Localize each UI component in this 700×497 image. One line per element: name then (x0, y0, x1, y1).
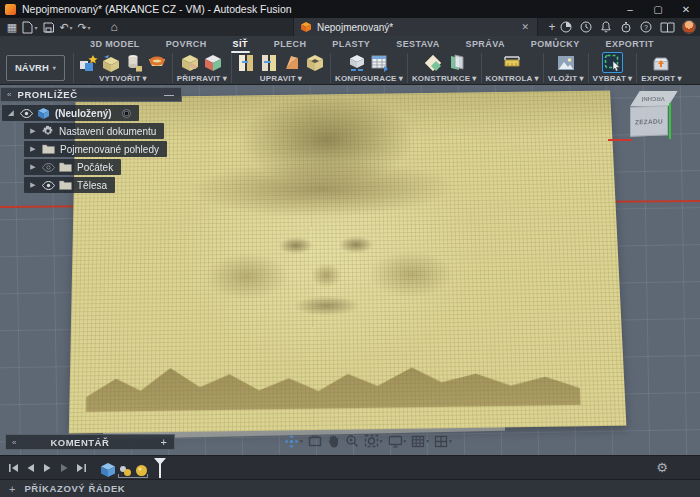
tree-item-document-settings[interactable]: ▶ Nastavení dokumentu (24, 123, 164, 139)
ribbon-tab-3d-model[interactable]: 3D MODEL (88, 38, 142, 50)
look-at-icon[interactable] (306, 434, 324, 449)
browser-minimize-icon[interactable]: — (157, 89, 181, 100)
collapsed-triangle-icon[interactable]: ▶ (28, 163, 38, 171)
hidden-eye-icon[interactable] (42, 163, 55, 172)
job-status-icon[interactable] (579, 20, 593, 34)
ribbon-tab-exportit[interactable]: EXPORTIT (604, 38, 656, 50)
go-to-start-icon[interactable] (6, 461, 20, 475)
tree-item-label: Tělesa (77, 180, 107, 191)
add-comment-icon[interactable]: + (154, 436, 174, 448)
new-file-icon[interactable]: ▾ (22, 19, 38, 35)
zoom-icon[interactable] (343, 433, 361, 449)
grid-display-icon[interactable]: ▾ (409, 434, 431, 449)
viewport-3d-canvas[interactable]: VRCHNÍ ZEZADU « PROHLÍŽEČ — ◢ (0, 85, 700, 455)
timer-icon[interactable] (619, 20, 633, 34)
design-mode-button[interactable]: NÁVRH▾ (6, 55, 65, 81)
comment-collapse-icon[interactable]: « (6, 438, 22, 447)
ribbon-tab-sit-active[interactable]: SÍŤ (231, 38, 250, 50)
command-line-expand-icon[interactable]: + (0, 483, 24, 495)
maximize-button[interactable]: ▢ (644, 0, 672, 18)
collapsed-triangle-icon[interactable]: ▶ (28, 127, 38, 135)
browser-header[interactable]: « PROHLÍŽEČ — (0, 87, 182, 102)
window-title: Nepojmenovaný* (ARKANCE CZ - VM) - Autod… (22, 3, 292, 15)
prepare-remesh-icon[interactable] (180, 52, 201, 73)
tree-item-origin[interactable]: ▶ Počátek (24, 159, 121, 175)
step-back-icon[interactable] (23, 461, 37, 475)
undo-icon[interactable]: ↶▾ (58, 19, 74, 35)
configure-table-icon[interactable] (370, 52, 391, 73)
tree-root-document[interactable]: ◢ (Neuložený) (2, 105, 139, 121)
create-mesh-icon[interactable] (101, 52, 122, 73)
redo-icon[interactable]: ↷▾ (76, 19, 92, 35)
collapsed-triangle-icon[interactable]: ▶ (28, 145, 38, 153)
export-icon[interactable] (651, 52, 672, 73)
select-tool-icon[interactable] (602, 52, 623, 73)
document-tab[interactable]: Nepojmenovaný* ✕ (293, 18, 538, 36)
collapsed-triangle-icon[interactable]: ▶ (28, 181, 38, 189)
edit-wedge-icon[interactable] (282, 52, 303, 73)
expand-triangle-icon[interactable]: ◢ (6, 109, 16, 117)
ribbon-tab-plech[interactable]: PLECH (272, 38, 309, 50)
inspect-measure-icon[interactable] (502, 52, 523, 73)
visibility-eye-icon[interactable] (42, 181, 55, 190)
user-avatar[interactable] (682, 20, 696, 34)
fit-icon[interactable]: ▾ (362, 433, 385, 449)
save-icon[interactable] (40, 19, 56, 35)
ribbon-tab-plasty[interactable]: PLASTY (330, 38, 372, 50)
group-upravit-label[interactable]: UPRAVIT (260, 74, 296, 83)
ribbon-tab-sprava[interactable]: SPRÁVA (464, 38, 507, 50)
create-primitive-icon[interactable] (78, 52, 99, 73)
group-konfigurace-label[interactable]: KONFIGURACE (335, 74, 397, 83)
orbit-icon[interactable]: ▾ (282, 433, 305, 450)
visibility-eye-icon[interactable] (20, 109, 33, 118)
group-export-label[interactable]: EXPORT (641, 74, 675, 83)
edit-hollow-icon[interactable] (305, 52, 326, 73)
timeline-settings-gear-icon[interactable]: ⚙ (656, 460, 700, 475)
group-pripravit-label[interactable]: PŘIPRAVIT (177, 74, 221, 83)
insert-canvas-icon[interactable] (555, 52, 576, 73)
group-konstrukce-label[interactable]: KONSTRUKCE (412, 74, 470, 83)
display-settings-icon[interactable]: ▾ (386, 434, 409, 449)
edit-smooth-icon[interactable] (259, 52, 280, 73)
minimize-button[interactable]: – (616, 0, 644, 18)
notifications-bell-icon[interactable] (599, 20, 613, 34)
ribbon-tab-povrch[interactable]: POVRCH (164, 38, 209, 50)
extensions-icon[interactable] (559, 20, 573, 34)
ribbon-tab-sestava[interactable]: SESTAVA (394, 38, 441, 50)
timeline-position-marker[interactable] (153, 458, 167, 478)
close-tab-icon[interactable]: ✕ (519, 22, 531, 32)
group-vybrat-label[interactable]: VYBRAT (593, 74, 627, 83)
go-to-end-icon[interactable] (74, 461, 88, 475)
close-button[interactable]: ✕ (672, 0, 700, 18)
feature-base-body-icon[interactable] (100, 462, 116, 478)
create-cylinder-icon[interactable] (124, 52, 145, 73)
group-vlozit-label[interactable]: VLOŽIT (548, 74, 578, 83)
navigation-toolbar: ▾ ▾ ▾ ▾ (282, 432, 454, 450)
data-panel-icon[interactable]: ▦ (4, 19, 20, 35)
create-torus-icon[interactable] (147, 52, 168, 73)
play-icon[interactable] (40, 461, 54, 475)
tree-item-named-views[interactable]: ▶ Pojmenované pohledy (24, 141, 167, 157)
viewcube-back-face[interactable]: ZEZADU (630, 105, 668, 136)
construct-offset-plane-icon[interactable] (445, 52, 466, 73)
configure-variants-icon[interactable] (347, 52, 368, 73)
ribbon-tab-pomucky[interactable]: POMŮCKY (529, 38, 582, 50)
browser-collapse-icon[interactable]: « (1, 90, 17, 99)
root-document-label[interactable]: (Neuložený) (55, 108, 112, 119)
pan-hand-icon[interactable] (325, 433, 342, 449)
group-vytvorit-label[interactable]: VYTVOŘIT (99, 74, 141, 83)
edit-pull-icon[interactable] (236, 52, 257, 73)
document-state-icon[interactable] (122, 109, 131, 118)
help-icon[interactable]: ? (639, 20, 653, 34)
prepare-facegroups-icon[interactable] (203, 52, 224, 73)
group-kontrola-label[interactable]: KONTROLA (486, 74, 533, 83)
viewports-icon[interactable]: ▾ (432, 434, 454, 449)
construct-plane-icon[interactable] (422, 52, 443, 73)
tree-item-bodies[interactable]: ▶ Tělesa (24, 177, 115, 193)
step-forward-icon[interactable] (57, 461, 71, 475)
home-icon[interactable]: ⌂ (106, 19, 122, 35)
viewcube[interactable]: VRCHNÍ ZEZADU (626, 91, 684, 157)
learning-panel-icon[interactable] (659, 20, 676, 34)
comment-bar[interactable]: « KOMENTÁŘ + (5, 434, 175, 450)
command-line-bar[interactable]: + PŘÍKAZOVÝ ŘÁDEK (0, 479, 700, 497)
